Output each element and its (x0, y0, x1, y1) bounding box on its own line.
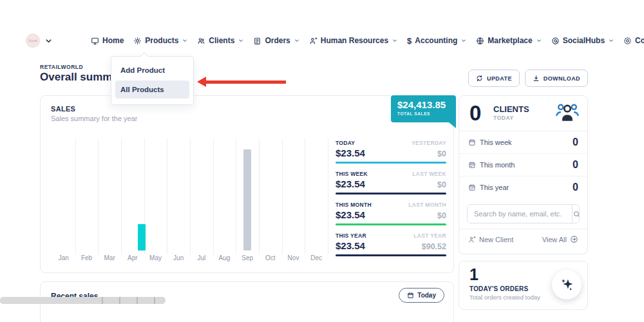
nav-item-clients[interactable]: Clients (197, 36, 243, 45)
stat-label: THIS MONTH (336, 202, 372, 208)
chevron-down-icon (461, 38, 466, 43)
chart-month-label: Apr (128, 254, 138, 261)
nav-label: SocialHubs (563, 36, 605, 45)
menu-item-add-product[interactable]: Add Product (111, 61, 193, 79)
chart-gridline (328, 138, 328, 254)
page-actions: UPDATE DOWNLOAD (468, 70, 588, 87)
update-label: UPDATE (487, 75, 512, 82)
nav-item-products[interactable]: Products (133, 36, 187, 45)
stat-compare-label: LAST MONTH (408, 202, 446, 208)
chart-bar-this-year-apr (138, 224, 146, 251)
stat-value: $23.54 (336, 147, 365, 158)
chart-month-label: Feb (81, 254, 92, 261)
dashboard-page: Social Home Products Clients Orders (0, 0, 644, 322)
chart-month-label: Jun (173, 254, 184, 261)
nav-item-accounting[interactable]: $ Accounting (407, 36, 466, 46)
sparkle-badge[interactable] (552, 270, 582, 299)
today-filter-label: Today (417, 292, 436, 299)
sparkle-icon (558, 276, 575, 293)
nav-label: Home (102, 36, 124, 45)
nav-item-orders[interactable]: Orders (253, 36, 299, 45)
nav-item-human-resources[interactable]: Human Resources (309, 36, 397, 45)
sales-stats: TODAYYESTERDAY $23.54$0 THIS WEEKLAST WE… (336, 140, 446, 263)
download-icon (533, 75, 540, 82)
orders-count: 1 (469, 265, 478, 284)
chevron-down-icon (45, 37, 52, 44)
nav-label: Clients (209, 36, 234, 45)
red-arrow-annotation (197, 77, 286, 87)
todays-orders-card: 1 TODAY'S ORDERS Total orders created to… (459, 261, 588, 310)
sales-card-subtitle: Sales summary for the year (51, 115, 138, 122)
workspace-switcher[interactable]: Social (26, 33, 52, 48)
nav-item-socialhubs[interactable]: SocialHubs (551, 36, 614, 45)
clients-card: 0 CLIENTS TODAY This week 0 This month 0 (459, 95, 588, 254)
nav-label: Company (635, 36, 644, 45)
clients-row-this-year: This year 0 (459, 176, 587, 198)
stat-underline (336, 162, 446, 164)
chart-gridline (98, 138, 99, 254)
chart-month-label: Dec (310, 254, 322, 261)
refresh-icon (476, 75, 483, 82)
globe-icon (476, 37, 484, 45)
total-sales-label: TOTAL SALES (397, 111, 450, 116)
clients-card-header: 0 CLIENTS TODAY (459, 96, 587, 131)
client-search-input[interactable] (468, 205, 572, 223)
nav-item-company[interactable]: Company (623, 36, 644, 45)
chart-month-label: Jul (197, 254, 205, 261)
chevron-down-icon (609, 38, 614, 43)
chart-gridline (236, 138, 236, 254)
main-menu: Home Products Clients Orders Human Resou… (91, 36, 644, 46)
clients-row-label: This year (480, 184, 509, 191)
stat-label: THIS WEEK (336, 171, 368, 177)
chart-gridline (167, 138, 167, 254)
chart-bar-last-year-sep (243, 149, 251, 251)
chevron-down-icon (182, 38, 187, 43)
chart-month-label: Sep (242, 254, 253, 261)
stat-compare-value: $90.52 (422, 242, 446, 251)
clients-card-title: CLIENTS (493, 104, 529, 114)
nav-item-marketplace[interactable]: Marketplace (476, 36, 541, 45)
clients-row-this-month: This month 0 (459, 154, 587, 176)
stat-label: THIS YEAR (336, 232, 366, 239)
sales-card-title: SALES (51, 105, 138, 113)
chart-month-label: Mar (104, 254, 115, 261)
view-all-link[interactable]: View All (542, 235, 578, 243)
dollar-icon: $ (407, 36, 412, 46)
at-sign-icon (551, 37, 560, 45)
view-all-label: View All (542, 236, 567, 243)
chart-gridline (121, 138, 122, 254)
chevron-down-icon (238, 38, 243, 43)
stat-row-this-month: THIS MONTHLAST MONTH $23.54$0 (336, 202, 446, 225)
clients-row-value: 0 (573, 182, 578, 193)
chart-gridline (282, 138, 283, 254)
nav-label: Orders (265, 36, 290, 45)
stat-compare-value: $0 (437, 180, 446, 189)
products-dropdown-menu: Add Product All Products (111, 56, 194, 105)
client-search-button[interactable] (572, 205, 580, 223)
menu-item-all-products[interactable]: All Products (115, 80, 189, 99)
stat-compare-value: $0 (437, 149, 446, 158)
calendar-icon (407, 292, 414, 299)
clients-row-label: This week (480, 138, 512, 146)
calendar-icon (468, 138, 476, 146)
users-icon (197, 37, 205, 45)
company-logo[interactable]: Social (26, 33, 40, 48)
today-filter-button[interactable]: Today (399, 288, 444, 303)
red-arrow-shaft (205, 80, 286, 84)
chart-gridline (213, 138, 214, 254)
chart-gridline (305, 138, 305, 254)
gear-icon (133, 37, 142, 45)
people-group-icon (555, 102, 580, 126)
update-button[interactable]: UPDATE (468, 70, 520, 87)
orders-subtitle: Total orders created today (469, 294, 540, 301)
calendar-check-icon (468, 184, 476, 191)
download-label: DOWNLOAD (544, 75, 580, 82)
clients-today-count: 0 (469, 101, 480, 126)
clients-row-this-week: This week 0 (459, 131, 587, 154)
nav-item-home[interactable]: Home (91, 36, 124, 45)
stat-row-this-year: THIS YEARLAST YEAR $23.54$90.52 (336, 232, 446, 256)
search-icon (573, 210, 580, 218)
download-button[interactable]: DOWNLOAD (525, 70, 588, 87)
calendar-icon (468, 161, 476, 169)
new-client-link[interactable]: New Client (468, 236, 513, 243)
